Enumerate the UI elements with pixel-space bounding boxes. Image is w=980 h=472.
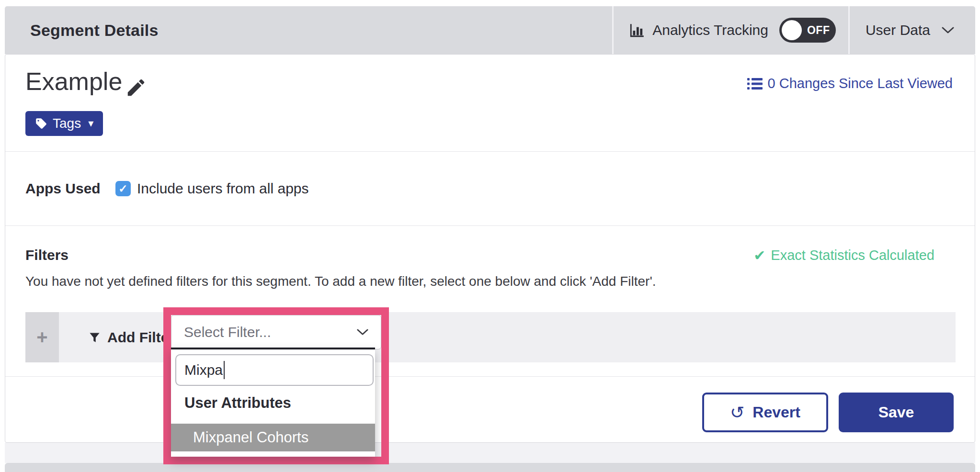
user-data-dropdown[interactable]: User Data: [850, 6, 975, 54]
check-icon: ✔: [753, 247, 765, 264]
save-button[interactable]: Save: [839, 393, 954, 432]
segment-name: Example: [25, 67, 122, 96]
include-all-apps-label: Include users from all apps: [137, 180, 309, 197]
filters-section: Filters ✔ Exact Statistics Calculated Yo…: [5, 225, 975, 376]
plus-icon: +: [36, 326, 47, 348]
filter-select-value: Select Filter...: [184, 324, 271, 340]
filter-select-dropdown: Mixpa User Attributes Mixpanel Cohorts: [171, 348, 375, 457]
bar-chart-icon: [629, 22, 645, 38]
revert-button-label: Revert: [752, 404, 800, 421]
user-data-label: User Data: [866, 22, 930, 38]
pencil-icon[interactable]: [125, 77, 147, 99]
segment-details-page: Segment Details Analytics Tracking OFF U…: [0, 0, 980, 472]
checkbox-check-icon: ✓: [118, 182, 127, 195]
analytics-tracking-control: Analytics Tracking OFF: [614, 6, 848, 54]
filters-description: You have not yet defined filters for thi…: [25, 274, 656, 289]
text-cursor: [224, 361, 225, 379]
analytics-tracking-toggle[interactable]: OFF: [779, 18, 836, 43]
analytics-tracking-label: Analytics Tracking: [652, 22, 768, 38]
add-filter-plus-button[interactable]: +: [25, 312, 59, 362]
chevron-down-icon: [942, 27, 954, 34]
option-label: Mixpanel Cohorts: [193, 429, 308, 446]
page-title: Segment Details: [30, 21, 159, 40]
top-header-bar: Segment Details Analytics Tracking OFF U…: [5, 6, 975, 54]
dropdown-group-header: User Attributes: [184, 394, 291, 412]
tags-button-label: Tags: [53, 116, 81, 131]
changes-link-label: 0 Changes Since Last Viewed: [768, 76, 953, 91]
tags-button[interactable]: Tags ▾: [25, 111, 103, 136]
filter-select[interactable]: Select Filter...: [171, 315, 381, 349]
actions-footer-section: ↺ Revert Save: [5, 376, 975, 443]
toggle-knob: [782, 20, 802, 40]
funnel-icon: [88, 331, 101, 344]
dropdown-option-mixpanel-cohorts[interactable]: Mixpanel Cohorts: [171, 424, 375, 451]
next-section-bar: [5, 463, 975, 472]
page-background-strip: [5, 443, 975, 463]
toggle-state-label: OFF: [807, 24, 830, 37]
tag-icon: [35, 117, 47, 130]
header-actions: Analytics Tracking OFF User Data: [612, 6, 975, 54]
exact-statistics-status: ✔ Exact Statistics Calculated: [753, 247, 934, 264]
chevron-down-icon: [357, 329, 368, 336]
undo-icon: ↺: [730, 404, 744, 421]
filters-heading: Filters: [25, 247, 68, 263]
filter-search-value: Mixpa: [184, 362, 223, 378]
segment-details-card: Example Tags ▾ 0 Ch: [5, 54, 975, 443]
apps-used-section: Apps Used ✓ Include users from all apps: [5, 151, 975, 225]
apps-used-label: Apps Used: [25, 180, 115, 197]
add-filter-label-group: Add Filter: [88, 329, 174, 346]
save-button-label: Save: [878, 404, 914, 421]
include-all-apps-checkbox[interactable]: ✓: [115, 181, 131, 196]
revert-button[interactable]: ↺ Revert: [702, 393, 828, 432]
filter-select-highlight-box: Select Filter... Mixpa User Attributes M…: [163, 307, 389, 464]
changes-since-last-viewed-link[interactable]: 0 Changes Since Last Viewed: [747, 76, 953, 91]
exact-statistics-label: Exact Statistics Calculated: [771, 247, 934, 263]
caret-down-icon: ▾: [88, 118, 93, 129]
filter-search-input[interactable]: Mixpa: [175, 354, 374, 386]
list-icon: [747, 78, 763, 90]
segment-title-section: Example Tags ▾ 0 Ch: [5, 55, 975, 151]
